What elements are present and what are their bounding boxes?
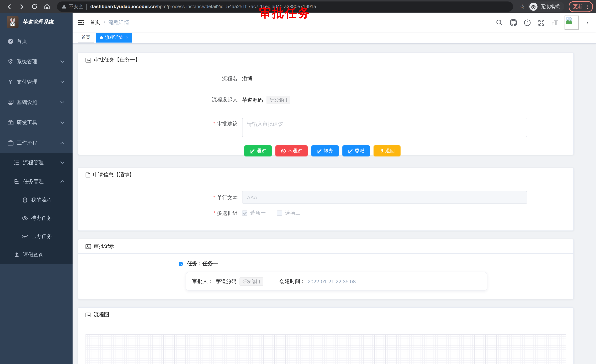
suggestion-textarea[interactable] [242, 118, 527, 137]
return-button[interactable]: ↺ 退回 [373, 145, 400, 156]
sidebar-item-system[interactable]: ⚙ 系统管理 [0, 51, 73, 72]
process-name-label: 流程名 [78, 75, 242, 82]
search-icon[interactable] [495, 19, 503, 26]
tree-icon [13, 178, 20, 184]
breadcrumb-separator: / [104, 20, 105, 26]
update-button[interactable]: 更新 ⋮ [569, 1, 593, 12]
sidebar-item-label: 流程管理 [23, 159, 44, 166]
transfer-button[interactable]: 转办 [311, 145, 339, 156]
navbar: 首页 / 流程详情 ? T [73, 13, 596, 32]
sidebar-item-label: 我的流程 [31, 197, 52, 203]
avatar[interactable] [565, 15, 579, 29]
sidebar-item-devtools[interactable]: 研发工具 [0, 112, 73, 133]
edit-icon [317, 148, 322, 153]
sidebar-item-todo-tasks[interactable]: 待办任务 [0, 209, 73, 227]
bookmark-star-icon[interactable]: ☆ [520, 3, 525, 10]
sidebar-item-infra[interactable]: 基础设施 [0, 92, 73, 112]
chevron-up-icon [60, 180, 64, 183]
checkbox-label: 选项二 [285, 210, 301, 216]
sidebar-item-workflow[interactable]: 工作流程 [0, 133, 73, 153]
sidebar-item-process-mgmt[interactable]: 流程管理 [0, 153, 73, 172]
card-title: 审批记录 [94, 243, 114, 250]
sidebar-item-done-tasks[interactable]: 已办任务 [0, 227, 73, 245]
required-mark: * [213, 121, 216, 126]
home-icon[interactable] [43, 2, 52, 11]
edit-icon [348, 148, 353, 153]
reload-icon[interactable] [30, 2, 39, 11]
card-header: 流程图 [78, 308, 574, 322]
breadcrumb: 首页 / 流程详情 [90, 19, 129, 26]
tab-home[interactable]: 首页 [78, 33, 94, 42]
clock-icon [179, 261, 183, 266]
sidebar-item-label: 任务管理 [23, 178, 44, 185]
tab-process-detail[interactable]: 流程详情 × [96, 33, 132, 42]
back-icon[interactable] [5, 2, 14, 11]
picture-icon [86, 244, 91, 249]
breadcrumb-home[interactable]: 首页 [90, 19, 100, 26]
annotation-approval-task: 审批任务 [259, 5, 311, 22]
update-label: 更新 [573, 3, 583, 10]
forward-icon[interactable] [17, 2, 26, 11]
app-frame: 🐰 芋道管理系统 首页 ⚙ 系统管理 ¥ 支付管理 [0, 13, 596, 364]
created-time: 2022-01-21 22:35:08 [308, 278, 356, 284]
page-content: 审批任务【任务一】 流程名 滔博 流程发起人 芋道源码 研发部门 [73, 44, 596, 364]
app-logo: 🐰 [7, 16, 19, 28]
delegate-button[interactable]: 委派 [343, 145, 370, 156]
eye-open-icon [22, 216, 28, 220]
close-icon[interactable]: × [126, 36, 128, 40]
reject-button[interactable]: 不通过 [276, 145, 308, 156]
sidebar-collapse-icon[interactable] [73, 20, 90, 25]
sidebar-item-payment[interactable]: ¥ 支付管理 [0, 72, 73, 92]
sidebar-item-home[interactable]: 首页 [0, 31, 73, 51]
sidebar-item-leave-query[interactable]: 请假查询 [0, 245, 73, 264]
sidebar-item-label: 基础设施 [17, 99, 37, 106]
yen-icon: ¥ [7, 78, 14, 86]
document-icon [86, 172, 90, 178]
checkbox-label: 选项一 [250, 210, 266, 216]
single-line-input [242, 191, 527, 204]
incognito-icon [529, 2, 537, 11]
incognito-label: 无痕模式 [540, 3, 560, 10]
single-line-label: 单行文本 [217, 195, 238, 201]
not-secure-warning-icon[interactable] [61, 4, 67, 9]
fullscreen-icon[interactable] [538, 19, 545, 26]
sidebar-item-label: 研发工具 [17, 119, 37, 126]
url-domain: dashboard.yudao.iocoder.cn [90, 4, 156, 9]
not-secure-label[interactable]: 不安全 [69, 3, 83, 10]
apply-info-card: 申请信息【滔博】 *单行文本 *多选框组 选项一 [78, 167, 574, 231]
sidebar-item-my-process[interactable]: 我的流程 [0, 191, 73, 209]
initiator-row: 流程发起人 芋道源码 研发部门 [78, 96, 574, 104]
card-body: *单行文本 *多选框组 选项一 [78, 182, 574, 217]
checkbox-group-label-wrap: *多选框组 [78, 209, 242, 217]
card-header: 申请信息【滔博】 [78, 168, 574, 182]
required-mark: * [213, 210, 216, 216]
github-icon[interactable] [510, 19, 517, 26]
checkbox-option-1: 选项一 [242, 210, 266, 216]
card-title: 审批任务【任务一】 [94, 57, 140, 63]
briefcase-icon [7, 119, 14, 126]
checkbox-checked-icon [242, 211, 247, 216]
process-name-row: 流程名 滔博 [78, 75, 574, 82]
sidebar-item-label: 工作流程 [17, 140, 37, 146]
help-icon[interactable]: ? [524, 19, 531, 26]
action-buttons: 通过 不通过 转办 委 [78, 145, 574, 156]
card-title: 流程图 [94, 312, 109, 318]
sidebar-logo-row[interactable]: 🐰 芋道管理系统 [0, 13, 73, 31]
checkbox-option-2: 选项二 [277, 210, 301, 216]
suggestion-label-wrap: *审批建议 [78, 118, 242, 137]
browser-menu-icon[interactable]: ⋮ [585, 4, 590, 9]
approve-button[interactable]: 通过 [244, 145, 272, 156]
breadcrumb-current: 流程详情 [108, 19, 129, 26]
suggestion-row: *审批建议 [78, 118, 574, 137]
bpmn-grid-canvas[interactable] [86, 335, 566, 364]
card-title: 申请信息【滔博】 [93, 172, 134, 178]
sidebar-item-task-mgmt[interactable]: 任务管理 [0, 172, 73, 191]
gauge-icon [7, 38, 14, 44]
font-size-icon[interactable]: TT [552, 19, 558, 26]
active-dot-icon [100, 36, 103, 39]
url-separator [86, 4, 87, 9]
approval-task-card: 审批任务【任务一】 流程名 滔博 流程发起人 芋道源码 研发部门 [78, 52, 574, 155]
assignee-label: 审批人： [192, 278, 213, 285]
initiator-label: 流程发起人 [78, 96, 242, 104]
avatar-caret-icon[interactable]: ▼ [586, 21, 589, 24]
